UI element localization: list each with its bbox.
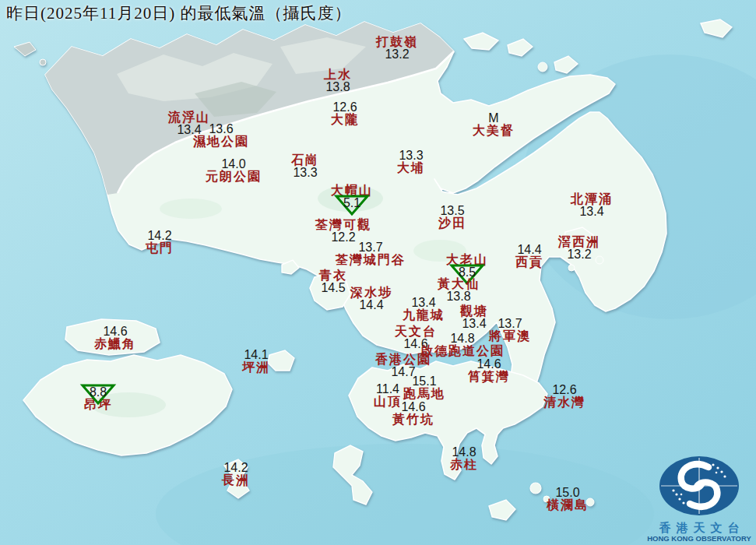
- station-name: 赤柱: [450, 459, 478, 471]
- station-value: 14.8: [420, 332, 505, 345]
- station-name: 元朗公園: [206, 171, 262, 183]
- station-label: 14.1坪洲: [242, 349, 270, 374]
- station-value: 13.2: [376, 48, 418, 61]
- station-name: 山頂: [374, 396, 402, 408]
- station-name: 橫瀾島: [547, 499, 589, 512]
- station-label: 14.4西貢: [515, 244, 543, 269]
- logo-english-name: HONG KONG OBSERVATORY: [646, 535, 752, 543]
- station-value: 12.6: [331, 101, 359, 114]
- station-label: 11.4山頂: [374, 383, 402, 409]
- station-value-text: 13.4: [177, 123, 201, 136]
- station-name: 長洲: [222, 474, 250, 487]
- station-label: 大老山8.5: [446, 254, 488, 280]
- station-name: 筲箕灣: [468, 371, 510, 383]
- station-value: M: [473, 112, 515, 125]
- station-value: 13.8: [324, 81, 352, 93]
- station-value-text: 14.7: [391, 365, 415, 378]
- station-name: 黃大仙: [438, 278, 480, 290]
- station-value: 13.7: [489, 318, 531, 330]
- station-name: 大老山: [446, 254, 488, 266]
- station-value: 12.2: [315, 231, 371, 244]
- station-value-text: 14.6: [403, 337, 427, 350]
- station-label: 荃灣可觀12.2: [315, 219, 371, 244]
- station-name: 黃竹坑: [392, 413, 434, 426]
- hko-logo-icon: [657, 455, 741, 518]
- station-value-text: 5.1: [343, 196, 360, 209]
- station-value: 13.7: [336, 241, 406, 254]
- station-label: 13.6濕地公園: [193, 123, 249, 149]
- station-value-text: 14.0: [221, 157, 245, 171]
- weather-map-screen: 昨日(2025年11月20日) 的最低氣溫（攝氏度） 打鼓嶺13.2上水13.8…: [0, 0, 756, 545]
- station-value-text: 14.2: [147, 229, 171, 242]
- station-value-text: 14.2: [223, 461, 248, 474]
- station-value: 14.6: [94, 325, 136, 338]
- station-name: 石崗: [291, 154, 319, 167]
- min-temperature-marker-icon: [449, 263, 485, 285]
- station-name: 九龍城: [403, 309, 445, 322]
- station-name: 荃灣可觀: [315, 219, 371, 231]
- station-value-text: 14.4: [359, 298, 383, 311]
- station-value: 14.4: [350, 299, 392, 311]
- station-value-text: 14.1: [244, 348, 268, 361]
- station-label: 12.6大隴: [331, 101, 359, 127]
- station-label: 13.7荃灣城門谷: [336, 241, 406, 267]
- station-name: 濕地公園: [193, 135, 249, 148]
- station-value-text: 13.2: [385, 47, 409, 61]
- station-value-text: M: [488, 111, 498, 125]
- station-value-text: 15.0: [555, 486, 579, 499]
- station-name: 昂坪: [84, 399, 112, 411]
- station-label: 石崗13.3: [291, 154, 319, 180]
- station-label: 14.6筲箕灣: [468, 358, 510, 384]
- station-name: 流浮山: [168, 111, 210, 124]
- station-label: 滘西洲13.2: [558, 236, 600, 262]
- station-label: 大帽山5.1: [331, 185, 373, 210]
- station-name: 大埔: [397, 162, 425, 174]
- station-label: 黃大仙13.8: [438, 278, 480, 304]
- station-value: 5.1: [331, 197, 373, 209]
- station-value-text: 12.2: [331, 230, 355, 244]
- station-name: 打鼓嶺: [376, 36, 418, 48]
- station-name: 滘西洲: [558, 236, 600, 248]
- station-value: 8.8: [84, 386, 112, 399]
- station-label: 13.5沙田: [438, 205, 466, 230]
- station-value-text: 13.8: [325, 80, 350, 93]
- station-label: 15.0橫瀾島: [547, 487, 589, 512]
- logo-chinese-name: 香港天文台: [652, 522, 752, 535]
- station-name: 荃灣城門谷: [336, 254, 406, 266]
- station-value: 13.4: [403, 297, 445, 309]
- station-value: 12.6: [543, 384, 585, 396]
- station-value-text: 14.6: [103, 325, 127, 338]
- station-label: 北潭涌13.4: [571, 193, 613, 219]
- station-value-text: 14.4: [517, 243, 541, 256]
- station-value-text: 13.7: [358, 241, 382, 254]
- station-value-text: 14.5: [321, 281, 345, 294]
- station-name: 將軍澳: [489, 330, 531, 343]
- station-value: 13.3: [397, 149, 425, 162]
- station-value: 14.6: [392, 401, 434, 413]
- station-value: 8.5: [446, 266, 488, 279]
- station-value: 13.5: [438, 205, 466, 217]
- station-label: 14.6黃竹坑: [392, 401, 434, 427]
- station-label: 14.0元朗公園: [206, 158, 262, 184]
- station-value: 14.5: [319, 282, 347, 294]
- station-label: 觀塘13.4: [460, 305, 488, 331]
- station-name: 沙田: [438, 217, 466, 230]
- station-name: 北潭涌: [571, 193, 613, 206]
- station-name: 赤鱲角: [94, 338, 136, 350]
- station-value: 13.4: [571, 206, 613, 218]
- station-label: 12.6清水灣: [543, 384, 585, 410]
- station-label: 香港公園14.7: [375, 353, 431, 379]
- station-value-text: 13.4: [411, 296, 435, 309]
- station-value-text: 14.8: [452, 445, 476, 459]
- station-value: 14.1: [242, 349, 270, 361]
- station-value-text: 14.8: [450, 332, 474, 345]
- station-name: 深水埗: [350, 287, 392, 299]
- station-label: 打鼓嶺13.2: [376, 36, 418, 62]
- station-name: 天文台: [395, 325, 437, 338]
- station-value: 15.1: [403, 375, 445, 388]
- station-value-text: 13.4: [579, 205, 603, 218]
- station-label: 天文台14.6: [395, 325, 437, 351]
- station-name: 屯門: [146, 242, 174, 255]
- station-value-text: 13.8: [446, 290, 470, 303]
- min-temperature-marker-icon: [334, 194, 370, 216]
